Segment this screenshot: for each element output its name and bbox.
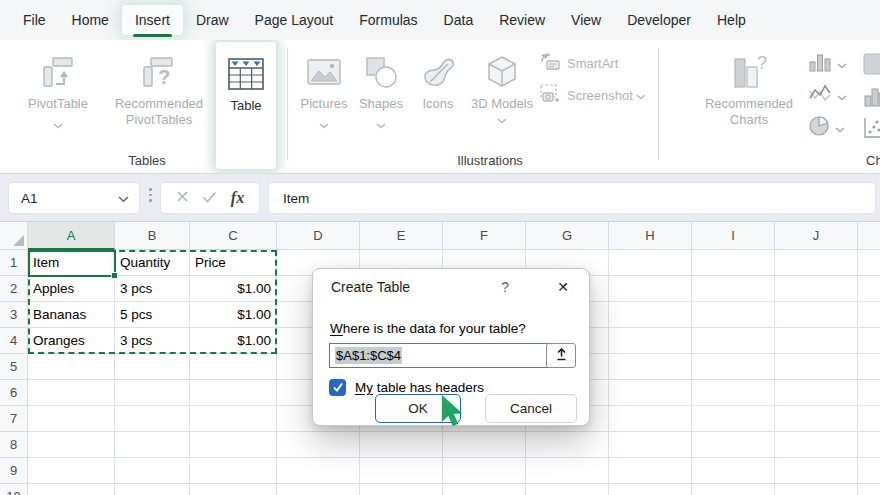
row-header-9[interactable]: 9 <box>0 458 28 484</box>
confirm-entry-icon[interactable] <box>202 189 217 207</box>
cell-D8[interactable] <box>277 432 360 458</box>
select-all-corner[interactable] <box>0 222 28 250</box>
row-header-1[interactable]: 1 <box>0 250 28 276</box>
cell-I5[interactable] <box>692 354 775 380</box>
row-header-5[interactable]: 5 <box>0 354 28 380</box>
scatter-icon[interactable] <box>862 112 880 144</box>
pictures-button[interactable]: Pictures <box>296 40 352 133</box>
ribbon-tab-file[interactable]: File <box>10 5 59 35</box>
cell-C8[interactable] <box>190 432 277 458</box>
cell-J9[interactable] <box>775 458 858 484</box>
cell-J3[interactable] <box>775 302 858 328</box>
ribbon-tab-help[interactable]: Help <box>704 5 759 35</box>
cell-C10[interactable] <box>190 484 277 495</box>
cell-I3[interactable] <box>692 302 775 328</box>
cell-H3[interactable] <box>609 302 692 328</box>
insert-function-button[interactable]: fx <box>231 189 244 207</box>
map-chart-icon[interactable] <box>862 48 880 80</box>
ribbon-tab-view[interactable]: View <box>558 5 614 35</box>
cell-E9[interactable] <box>360 458 443 484</box>
cell-J7[interactable] <box>775 406 858 432</box>
cell-A10[interactable] <box>28 484 115 495</box>
cell-J2[interactable] <box>775 276 858 302</box>
cell-B3[interactable]: 5 pcs <box>115 302 190 328</box>
screenshot-button[interactable]: Screenshot <box>540 82 646 108</box>
cell-C1[interactable]: Price <box>190 250 277 276</box>
row-header-8[interactable]: 8 <box>0 432 28 458</box>
cell-G9[interactable] <box>526 458 609 484</box>
cell-C6[interactable] <box>190 380 277 406</box>
cell-C5[interactable] <box>190 354 277 380</box>
cell-I8[interactable] <box>692 432 775 458</box>
cell-H7[interactable] <box>609 406 692 432</box>
cell-A6[interactable] <box>28 380 115 406</box>
recommended-pivottables-button[interactable]: ? Recommended PivotTables <box>102 40 216 133</box>
ribbon-tab-developer[interactable]: Developer <box>614 5 704 35</box>
3d-models-button[interactable]: 3D Models <box>466 40 538 133</box>
collapse-dialog-button[interactable] <box>546 343 576 368</box>
ribbon-tab-home[interactable]: Home <box>59 5 122 35</box>
cell-J10[interactable] <box>775 484 858 495</box>
cell-J5[interactable] <box>775 354 858 380</box>
cell-A3[interactable]: Bananas <box>28 302 115 328</box>
cell-I9[interactable] <box>692 458 775 484</box>
column-header-G[interactable]: G <box>526 222 609 250</box>
cell-J8[interactable] <box>775 432 858 458</box>
cell-J4[interactable] <box>775 328 858 354</box>
histogram-icon[interactable] <box>862 80 880 112</box>
cancel-button[interactable]: Cancel <box>485 394 577 423</box>
cell-A8[interactable] <box>28 432 115 458</box>
column-header-K[interactable]: K <box>858 222 880 250</box>
cell-J6[interactable] <box>775 380 858 406</box>
row-header-6[interactable]: 6 <box>0 380 28 406</box>
cancel-entry-icon[interactable] <box>176 189 189 207</box>
row-header-2[interactable]: 2 <box>0 276 28 302</box>
cell-K1[interactable] <box>858 250 880 276</box>
cell-H2[interactable] <box>609 276 692 302</box>
cell-C3[interactable]: $1.00 <box>190 302 277 328</box>
icons-button[interactable]: Icons <box>410 40 466 133</box>
cell-B7[interactable] <box>115 406 190 432</box>
cell-G10[interactable] <box>526 484 609 495</box>
ribbon-tab-insert[interactable]: Insert <box>122 5 183 35</box>
column-header-E[interactable]: E <box>360 222 443 250</box>
cell-F8[interactable] <box>443 432 526 458</box>
cell-H1[interactable] <box>609 250 692 276</box>
cell-H5[interactable] <box>609 354 692 380</box>
column-header-C[interactable]: C <box>190 222 277 250</box>
cell-C9[interactable] <box>190 458 277 484</box>
smartart-button[interactable]: SmartArt <box>540 50 646 76</box>
cell-K10[interactable] <box>858 484 880 495</box>
cell-D10[interactable] <box>277 484 360 495</box>
cell-K3[interactable] <box>858 302 880 328</box>
cell-K6[interactable] <box>858 380 880 406</box>
cell-B10[interactable] <box>115 484 190 495</box>
ribbon-tab-page-layout[interactable]: Page Layout <box>242 5 347 35</box>
cell-H9[interactable] <box>609 458 692 484</box>
cell-B6[interactable] <box>115 380 190 406</box>
cell-A7[interactable] <box>28 406 115 432</box>
cell-F9[interactable] <box>443 458 526 484</box>
cell-J1[interactable] <box>775 250 858 276</box>
cell-A2[interactable]: Apples <box>28 276 115 302</box>
cell-G8[interactable] <box>526 432 609 458</box>
column-header-D[interactable]: D <box>277 222 360 250</box>
cell-K8[interactable] <box>858 432 880 458</box>
column-header-H[interactable]: H <box>609 222 692 250</box>
cell-K2[interactable] <box>858 276 880 302</box>
cell-F10[interactable] <box>443 484 526 495</box>
cell-B2[interactable]: 3 pcs <box>115 276 190 302</box>
cell-H4[interactable] <box>609 328 692 354</box>
cell-B4[interactable]: 3 pcs <box>115 328 190 354</box>
dialog-help-button[interactable]: ? <box>501 279 509 295</box>
cell-D9[interactable] <box>277 458 360 484</box>
name-box[interactable]: A1 <box>8 182 140 214</box>
cell-I2[interactable] <box>692 276 775 302</box>
insert-line-chart-button[interactable] <box>808 80 847 112</box>
cell-B9[interactable] <box>115 458 190 484</box>
cell-H6[interactable] <box>609 380 692 406</box>
headers-checkbox[interactable] <box>329 379 346 396</box>
cell-H8[interactable] <box>609 432 692 458</box>
row-header-7[interactable]: 7 <box>0 406 28 432</box>
cell-K4[interactable] <box>858 328 880 354</box>
